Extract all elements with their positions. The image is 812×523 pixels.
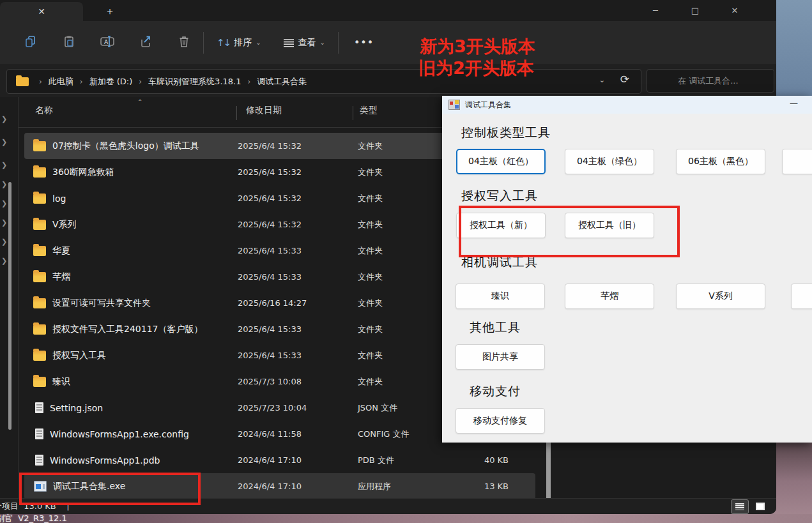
folder-icon [33,167,46,178]
dialog-minimize-button[interactable]: — [790,98,798,108]
tab-close-icon[interactable]: ✕ [38,7,45,16]
tree-expand-chevron-icon[interactable]: ❯ [1,199,7,208]
copy-button[interactable] [18,30,43,56]
file-name: 授权文件写入工具240117（客户版） [33,316,203,342]
file-name-label: WindowsFormsApp1.pdb [50,455,160,466]
file-type: 文件夹 [358,211,383,238]
view-label: 查看 [298,37,316,49]
annotation-text-line2: 旧为2开头版本 [418,57,534,80]
tool-button[interactable]: 04主板（绿色） [565,149,654,174]
breadcrumb-separator: › [76,77,87,86]
breadcrumb-item[interactable]: 新加卷 (D:) [87,77,135,86]
close-button[interactable]: ✕ [729,6,740,15]
share-icon [139,34,153,51]
tree-expand-chevron-icon[interactable]: ❯ [1,138,7,146]
maximize-button[interactable]: □ [689,6,701,15]
explorer-tab[interactable]: ✕ [0,2,83,21]
column-header-name[interactable]: 名称 [35,105,53,120]
chevron-down-icon: ⌄ [320,39,325,46]
toolbar-divider [203,32,204,54]
minimize-button[interactable]: ─ [650,6,661,15]
tool-button[interactable]: V系列 [676,284,765,309]
file-name-label: 华夏 [52,245,70,257]
file-type: PDB 文件 [358,447,394,473]
file-date-modified: 2025/6/4 15:33 [238,342,302,368]
tree-expand-chevron-icon[interactable]: ❯ [1,257,7,265]
address-bar[interactable]: › 此电脑›新加卷 (D:)›车牌识别管理系统3.18.1›调试工具合集 ⌄ ⟳ [6,69,641,94]
column-header-type[interactable]: 类型 [360,105,378,120]
file-name-label: 授权写入工具 [52,350,106,361]
file-name: 07控制卡（黑色虎头logo）调试工具 [33,133,199,159]
breadcrumb-item[interactable]: 此电脑 [46,77,76,86]
toolbar-divider [338,32,339,54]
tool-button[interactable]: 图片共享 [456,344,545,370]
address-dropdown-chevron-icon[interactable]: ⌄ [599,76,605,84]
tree-expand-chevron-icon[interactable]: ❯ [1,218,7,227]
file-date-modified: 2025/6/4 15:33 [238,238,302,264]
file-name-label: 设置可读可写共享文件夹 [52,298,151,309]
folder-icon [33,298,46,308]
tool-button[interactable] [791,284,812,309]
tool-button[interactable]: 07主 [782,149,812,174]
folder-icon [33,324,46,335]
breadcrumb: 此电脑›新加卷 (D:)›车牌识别管理系统3.18.1›调试工具合集 [46,76,309,87]
file-date-modified: 2025/6/4 15:33 [238,316,302,342]
column-header-date[interactable]: 修改日期 [246,105,282,120]
dialog-window: 调试工具合集 — 控制板类型工具04主板（红色）04主板（绿色）06主板（黑色）… [442,96,812,443]
tool-button[interactable]: 06主板（黑色） [676,149,765,174]
view-dropdown[interactable]: 查看 ⌄ [277,30,332,56]
column-divider[interactable] [236,106,237,120]
view-toggles [731,499,769,514]
breadcrumb-separator: › [35,77,46,86]
folder-icon [33,193,46,204]
tree-expand-chevron-icon[interactable]: ❯ [1,161,7,169]
sort-arrows-icon: ↑↓ [217,37,230,49]
file-size: 40 KB [433,447,509,473]
nav-scrollbar[interactable] [8,182,11,430]
dialog-title: 调试工具合集 [465,100,511,110]
dialog-titlebar[interactable]: 调试工具合集 — [442,96,812,114]
file-date-modified: 2024/6/4 17:10 [238,447,302,473]
thumbnail-view-toggle[interactable] [752,499,769,513]
new-tab-button[interactable]: ＋ [102,4,118,19]
more-options-button[interactable]: ••• [345,36,383,49]
tree-expand-chevron-icon[interactable]: ❯ [1,180,7,188]
delete-button[interactable] [171,30,197,56]
refresh-icon[interactable]: ⟳ [620,73,629,86]
details-view-toggle[interactable] [731,499,749,514]
breadcrumb-item[interactable]: 调试工具合集 [254,77,309,86]
command-toolbar: A ↑↓ 排序 ⌄ [0,21,776,64]
address-row: › 此电脑›新加卷 (D:)›车牌识别管理系统3.18.1›调试工具合集 ⌄ ⟳ [0,64,776,97]
paste-button[interactable] [56,30,82,56]
section-heading: 移动支付 [470,383,521,400]
folder-icon [16,77,29,86]
file-date-modified: 2025/6/4 15:32 [238,159,302,185]
file-type: 文件夹 [358,316,383,342]
share-button[interactable] [133,30,158,56]
file-date-modified: 2025/7/3 10:08 [238,368,302,395]
file-row[interactable]: WindowsFormsApp1.pdb2024/6/4 17:10PDB 文件… [24,447,535,473]
trash-icon [177,34,191,51]
tool-button[interactable]: 芊熠 [565,284,654,309]
file-name: 芊熠 [33,264,70,290]
folder-icon [33,141,46,151]
file-name: 设置可读可写共享文件夹 [33,290,151,316]
paste-icon [62,34,76,51]
file-type: CONFIG 文件 [358,421,410,447]
sort-dropdown[interactable]: ↑↓ 排序 ⌄ [210,30,268,56]
rename-button[interactable]: A [95,30,120,56]
tool-button[interactable]: 04主板（红色） [456,149,546,174]
search-input[interactable] [647,70,774,92]
tree-expand-chevron-icon[interactable]: ❯ [1,238,7,246]
breadcrumb-item[interactable]: 车牌识别管理系统3.18.1 [146,77,243,86]
rename-icon: A [100,34,115,51]
tool-button[interactable]: 臻识 [456,284,545,309]
file-type: JSON 文件 [358,395,397,421]
file-name-label: log [52,193,66,204]
tool-button[interactable]: 移动支付修复 [456,408,545,434]
file-icon [35,455,43,466]
column-divider[interactable] [353,106,353,120]
tree-expand-chevron-icon[interactable]: ❯ [1,115,7,123]
file-date-modified: 2024/6/4 11:58 [238,421,302,447]
file-name-label: V系列 [52,219,77,231]
